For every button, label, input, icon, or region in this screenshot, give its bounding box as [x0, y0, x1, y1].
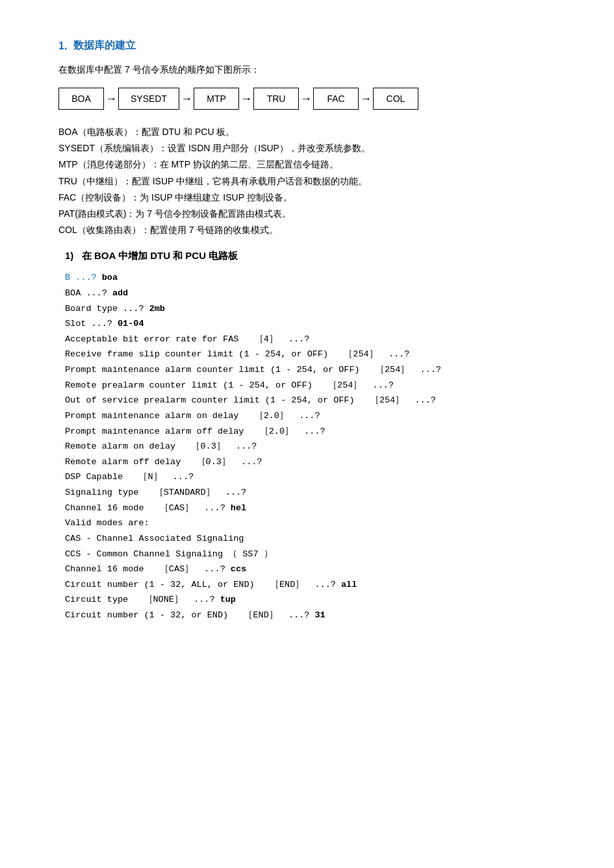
flow-box-col: COL [373, 88, 418, 110]
cmd-line-2: BOA ...? add [65, 286, 562, 301]
cmd-prompt-23: Circuit number (1 - 32, or END) ［END］ ..… [65, 610, 314, 620]
section-heading: 数据库的建立 [73, 39, 136, 53]
cmd-line-14: DSP Capable ［N］ ...? [65, 469, 562, 485]
flow-arrow-5: → [360, 92, 372, 106]
cmd-line-22: Circuit type ［NONE］ ...? tup [65, 592, 562, 608]
subsection-number: 1) [65, 250, 79, 261]
desc-pat: PAT(路由模式表)：为 7 号信令控制设备配置路由模式表。 [58, 206, 562, 222]
cmd-line-4: Slot ...? 01-04 [65, 316, 562, 332]
cmd-line-13: Remote alarm off delay ［0.3］ ...? [65, 454, 562, 470]
subsection-1: 1) 在 BOA 中增加 DTU 和 PCU 电路板 B ...? boa BO… [65, 250, 562, 623]
description-list: BOA（电路板表）：配置 DTU 和 PCU 板。 SYSEDT（系统编辑表）：… [58, 124, 562, 238]
cmd-input-21: all [341, 580, 357, 589]
cmd-line-7: Prompt maintenance alarm counter limit (… [65, 362, 562, 378]
subsection-bold-dtu: DTU [150, 250, 170, 261]
flow-box-boa: BOA [58, 88, 104, 110]
cmd-prompt-4: Slot ...? [65, 319, 118, 329]
cmd-input-3: 2mb [149, 304, 165, 314]
section-number: 1. [58, 40, 67, 52]
cmd-prompt-2: BOA ...? [65, 288, 112, 298]
cmd-prompt-16: Channel 16 mode ［CAS］ ...? [65, 503, 231, 513]
cmd-input-16: hel [231, 503, 246, 513]
flow-box-fac: FAC [313, 88, 359, 110]
subsection-text-prefix: 在 [82, 250, 94, 261]
cmd-line-17: Valid modes are: [65, 515, 562, 531]
cmd-line-12: Remote alarm on delay ［0.3］ ...? [65, 439, 562, 454]
cmd-line-8: Remote prealarm counter limit (1 - 254, … [65, 378, 562, 393]
cmd-line-11: Prompt maintenance alarm off delay ［2.0］… [65, 424, 562, 440]
desc-col: COL（收集路由表）：配置使用 7 号链路的收集模式。 [58, 222, 562, 238]
cmd-line-18: CAS - Channel Associated Signaling [65, 531, 562, 547]
cmd-line-19: CCS - Common Channel Signaling （ SS7 ） [65, 547, 562, 562]
cmd-line-6: Receive frame slip counter limit (1 - 25… [65, 347, 562, 362]
cmd-prompt-20: Channel 16 mode ［CAS］ ...? [65, 564, 231, 574]
cmd-prompt-3: Board type ...? [65, 304, 149, 314]
subsection-text-and: 和 [173, 250, 185, 261]
intro-text: 在数据库中配置 7 号信令系统的顺序如下图所示： [58, 64, 562, 76]
flow-arrow-4: → [300, 92, 312, 106]
flow-arrow-1: → [105, 92, 117, 106]
cmd-input-23: 31 [314, 610, 325, 620]
cmd-line-16: Channel 16 mode ［CAS］ ...? hel [65, 501, 562, 516]
cmd-line-10: Prompt maintenance alarm on delay ［2.0］ … [65, 408, 562, 424]
desc-boa: BOA（电路板表）：配置 DTU 和 PCU 板。 [58, 124, 562, 140]
desc-sysedt: SYSEDT（系统编辑表）：设置 ISDN 用户部分（ISUP），并改变系统参数… [58, 140, 562, 156]
desc-fac: FAC（控制设备）：为 ISUP 中继组建立 ISUP 控制设备。 [58, 190, 562, 206]
subsection-text-suffix: 电路板 [209, 250, 238, 261]
cmd-input-4: 01-04 [118, 319, 144, 329]
subsection-title: 1) 在 BOA 中增加 DTU 和 PCU 电路板 [65, 250, 562, 262]
cmd-line-9: Out of service prealarm counter limit (1… [65, 393, 562, 408]
flow-arrow-2: → [181, 92, 192, 106]
cmd-line-1: B ...? boa [65, 270, 562, 286]
cmd-prompt-21: Circuit number (1 - 32, ALL, or END) ［EN… [65, 580, 341, 589]
cmd-prompt-1: B ...? [65, 273, 102, 282]
cmd-input-22: tup [220, 595, 236, 604]
cmd-line-21: Circuit number (1 - 32, ALL, or END) ［EN… [65, 577, 562, 593]
cmd-line-20: Channel 16 mode ［CAS］ ...? ccs [65, 562, 562, 577]
command-block: B ...? boa BOA ...? add Board type ...? … [65, 270, 562, 623]
subsection-bold-boa: BOA [94, 250, 116, 261]
subsection-bold-pcu: PCU [185, 250, 206, 261]
cmd-line-23: Circuit number (1 - 32, or END) ［END］ ..… [65, 608, 562, 623]
flow-diagram: BOA → SYSEDT → MTP → TRU → FAC → COL [58, 88, 562, 110]
cmd-line-3: Board type ...? 2mb [65, 301, 562, 317]
cmd-input-20: ccs [231, 564, 246, 574]
flow-box-tru: TRU [253, 88, 299, 110]
flow-box-mtp: MTP [194, 88, 239, 110]
flow-arrow-3: → [240, 92, 252, 106]
section-title: 1. 数据库的建立 [58, 39, 562, 53]
cmd-line-15: Signaling type ［STANDARD］ ...? [65, 485, 562, 501]
desc-tru: TRU（中继组）：配置 ISUP 中继组，它将具有承载用户话音和数据的功能。 [58, 173, 562, 190]
cmd-prompt-22: Circuit type ［NONE］ ...? [65, 595, 220, 604]
subsection-text-mid: 中增加 [118, 250, 150, 261]
cmd-line-5: Acceptable bit error rate for FAS ［4］ ..… [65, 332, 562, 347]
flow-box-sysedt: SYSEDT [118, 88, 179, 110]
cmd-input-2: add [112, 288, 128, 298]
cmd-input-1: boa [102, 273, 118, 282]
desc-mtp: MTP（消息传递部分）：在 MTP 协议的第二层、三层配置信令链路。 [58, 156, 562, 173]
